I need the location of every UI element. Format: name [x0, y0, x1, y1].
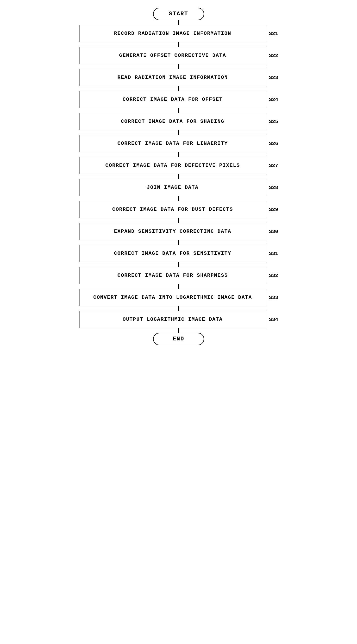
connector-8 — [178, 196, 179, 201]
step-row-s33: CONVERT IMAGE DATA INTO LOGARITHMIC IMAG… — [79, 289, 278, 306]
step-label-s22: S22 — [269, 47, 278, 64]
connector-14 — [178, 328, 179, 333]
process-box-s25: CORRECT IMAGE DATA FOR SHADING — [79, 113, 267, 130]
process-box-s28: JOIN IMAGE DATA — [79, 179, 267, 196]
connector-7 — [178, 174, 179, 179]
start-terminal: START — [153, 8, 204, 20]
connector-6 — [178, 152, 179, 157]
connector-3 — [178, 86, 179, 91]
step-label-s30: S30 — [269, 223, 278, 240]
step-row-s31: CORRECT IMAGE DATA FOR SENSITIVITY S31 — [79, 245, 278, 262]
step-label-s24: S24 — [269, 91, 278, 108]
step-row-s25: CORRECT IMAGE DATA FOR SHADING S25 — [79, 113, 278, 130]
step-row-s23: READ RADIATION IMAGE INFORMATION S23 — [79, 69, 278, 86]
connector-4 — [178, 108, 179, 113]
process-box-s27: CORRECT IMAGE DATA FOR DEFECTIVE PIXELS — [79, 157, 267, 174]
process-box-s22: GENERATE OFFSET CORRECTIVE DATA — [79, 47, 267, 64]
step-row-s29: CORRECT IMAGE DATA FOR DUST DEFECTS S29 — [79, 201, 278, 218]
step-label-s27: S27 — [269, 157, 278, 174]
process-box-s29: CORRECT IMAGE DATA FOR DUST DEFECTS — [79, 201, 267, 218]
step-label-s28: S28 — [269, 179, 278, 196]
process-box-s31: CORRECT IMAGE DATA FOR SENSITIVITY — [79, 245, 267, 262]
step-label-s26: S26 — [269, 135, 278, 152]
step-label-s29: S29 — [269, 201, 278, 218]
step-row-s30: EXPAND SENSITIVITY CORRECTING DATA S30 — [79, 223, 278, 240]
end-terminal: END — [153, 333, 204, 345]
connector-10 — [178, 240, 179, 245]
connector-11 — [178, 262, 179, 267]
step-row-s28: JOIN IMAGE DATA S28 — [79, 179, 278, 196]
step-row-s27: CORRECT IMAGE DATA FOR DEFECTIVE PIXELS … — [79, 157, 278, 174]
process-box-s21: RECORD RADIATION IMAGE INFORMATION — [79, 25, 267, 42]
step-row-s26: CORRECT IMAGE DATA FOR LINAERITY S26 — [79, 135, 278, 152]
connector-9 — [178, 218, 179, 223]
connector-5 — [178, 130, 179, 135]
step-label-s25: S25 — [269, 113, 278, 130]
step-row-s32: CORRECT IMAGE DATA FOR SHARPNESS S32 — [79, 267, 278, 284]
process-box-s24: CORRECT IMAGE DATA FOR OFFSET — [79, 91, 267, 108]
step-row-s21: RECORD RADIATION IMAGE INFORMATION S21 — [79, 25, 278, 42]
step-label-s21: S21 — [269, 25, 278, 42]
connector-13 — [178, 306, 179, 311]
process-box-s23: READ RADIATION IMAGE INFORMATION — [79, 69, 267, 86]
process-box-s33: CONVERT IMAGE DATA INTO LOGARITHMIC IMAG… — [79, 289, 267, 306]
step-label-s33: S33 — [269, 289, 278, 306]
step-row-s34: OUTPUT LOGARITHMIC IMAGE DATA S34 — [79, 311, 278, 328]
step-label-s32: S32 — [269, 267, 278, 284]
step-label-s23: S23 — [269, 69, 278, 86]
connector-2 — [178, 64, 179, 69]
process-box-s26: CORRECT IMAGE DATA FOR LINAERITY — [79, 135, 267, 152]
step-label-s31: S31 — [269, 245, 278, 262]
process-box-s32: CORRECT IMAGE DATA FOR SHARPNESS — [79, 267, 267, 284]
step-label-s34: S34 — [269, 311, 278, 328]
connector-0 — [178, 20, 179, 25]
connector-12 — [178, 284, 179, 289]
process-box-s30: EXPAND SENSITIVITY CORRECTING DATA — [79, 223, 267, 240]
process-box-s34: OUTPUT LOGARITHMIC IMAGE DATA — [79, 311, 267, 328]
step-row-s22: GENERATE OFFSET CORRECTIVE DATA S22 — [79, 47, 278, 64]
step-row-s24: CORRECT IMAGE DATA FOR OFFSET S24 — [79, 91, 278, 108]
flowchart: START RECORD RADIATION IMAGE INFORMATION… — [79, 8, 278, 636]
connector-1 — [178, 42, 179, 47]
